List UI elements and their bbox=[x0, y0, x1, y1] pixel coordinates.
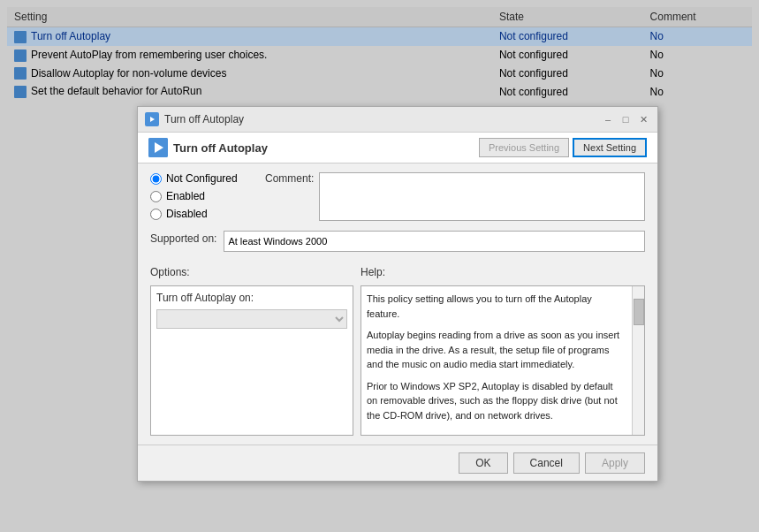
cancel-button[interactable]: Cancel bbox=[513, 452, 580, 474]
dialog-header-autoplay-icon bbox=[148, 138, 168, 157]
two-panels: Turn off Autoplay on: This policy settin… bbox=[150, 285, 645, 436]
autoplay-dropdown[interactable] bbox=[156, 309, 347, 329]
dialog-titlebar: Turn off Autoplay – □ ✕ bbox=[138, 107, 657, 133]
dialog-header: Turn off Autoplay Previous Setting Next … bbox=[138, 133, 657, 163]
radio-not-configured[interactable] bbox=[150, 173, 162, 185]
help-section-title: Help: bbox=[361, 266, 385, 278]
comment-textarea[interactable] bbox=[319, 172, 645, 221]
radio-enabled[interactable] bbox=[150, 191, 162, 202]
supported-value: At least Windows 2000 bbox=[228, 236, 327, 247]
help-paragraph-3: Prior to Windows XP SP2, Autoplay is dis… bbox=[367, 379, 625, 423]
autoplay-icon bbox=[148, 115, 156, 124]
radio-not-configured-label[interactable]: Not Configured bbox=[150, 172, 256, 185]
radio-disabled-text: Disabled bbox=[166, 208, 208, 220]
apply-button[interactable]: Apply bbox=[585, 452, 645, 474]
options-section-title: Options: bbox=[150, 266, 190, 278]
radio-comment-section: Not Configured Enabled Disabled Comment: bbox=[150, 172, 645, 224]
radio-disabled-label[interactable]: Disabled bbox=[150, 208, 256, 220]
help-paragraph-1: This policy setting allows you to turn o… bbox=[367, 292, 625, 321]
supported-row: Supported on: At least Windows 2000 bbox=[150, 231, 645, 257]
next-setting-button[interactable]: Next Setting bbox=[573, 138, 647, 157]
radio-enabled-text: Enabled bbox=[166, 190, 205, 202]
supported-value-box: At least Windows 2000 bbox=[224, 231, 645, 252]
ok-button[interactable]: OK bbox=[459, 452, 507, 474]
help-text-content: This policy setting allows you to turn o… bbox=[367, 292, 639, 422]
radio-enabled-label[interactable]: Enabled bbox=[150, 190, 256, 202]
dialog-title-text: Turn off Autoplay bbox=[164, 113, 244, 125]
dialog-title-icon bbox=[145, 112, 159, 126]
help-panel: This policy setting allows you to turn o… bbox=[361, 285, 645, 436]
scrollbar-thumb bbox=[634, 299, 644, 325]
comment-section: Comment: bbox=[265, 172, 645, 224]
supported-label: Supported on: bbox=[150, 231, 216, 245]
dialog-window: Turn off Autoplay – □ ✕ Turn off Autopla… bbox=[137, 106, 658, 482]
dialog-header-left: Turn off Autoplay bbox=[148, 138, 268, 157]
dialog-header-title: Turn off Autoplay bbox=[173, 141, 268, 155]
maximize-button[interactable]: □ bbox=[619, 112, 633, 126]
options-dropdown-label: Turn off Autoplay on: bbox=[156, 292, 347, 304]
help-scrollbar[interactable] bbox=[632, 286, 644, 435]
titlebar-controls: – □ ✕ bbox=[601, 112, 650, 126]
dialog-footer: OK Cancel Apply bbox=[138, 445, 657, 481]
close-button[interactable]: ✕ bbox=[636, 112, 650, 126]
radio-group: Not Configured Enabled Disabled bbox=[150, 172, 256, 220]
dialog-header-icon bbox=[148, 138, 168, 157]
radio-disabled[interactable] bbox=[150, 209, 162, 220]
options-panel: Turn off Autoplay on: bbox=[150, 285, 353, 436]
titlebar-left: Turn off Autoplay bbox=[145, 112, 244, 126]
radio-not-configured-text: Not Configured bbox=[166, 172, 238, 185]
comment-label: Comment: bbox=[265, 172, 314, 185]
dialog-header-buttons: Previous Setting Next Setting bbox=[479, 138, 647, 157]
previous-setting-button[interactable]: Previous Setting bbox=[479, 138, 569, 157]
help-paragraph-2: Autoplay begins reading from a drive as … bbox=[367, 328, 625, 372]
minimize-button[interactable]: – bbox=[601, 112, 615, 126]
dialog-body: Not Configured Enabled Disabled Comment: bbox=[138, 163, 657, 445]
